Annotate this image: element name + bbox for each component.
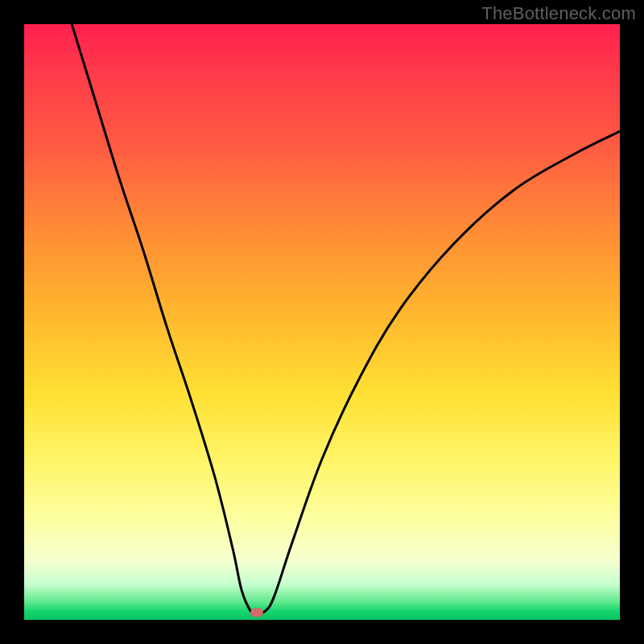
bottleneck-curve: [72, 24, 620, 614]
watermark-text: TheBottleneck.com: [481, 3, 636, 24]
optimal-point-marker: [250, 609, 263, 617]
chart-frame: TheBottleneck.com: [0, 0, 644, 644]
curve-svg: [24, 24, 620, 620]
plot-area: [24, 24, 620, 620]
